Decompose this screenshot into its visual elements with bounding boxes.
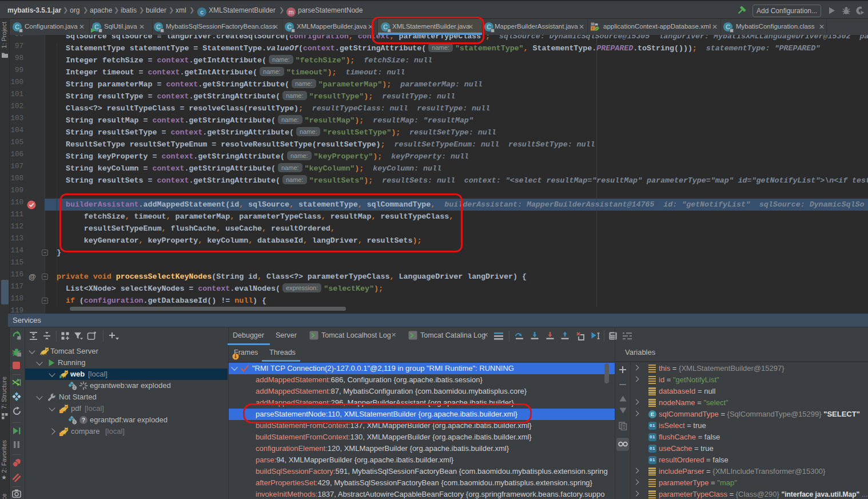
svg-text:?: ? (82, 417, 85, 423)
